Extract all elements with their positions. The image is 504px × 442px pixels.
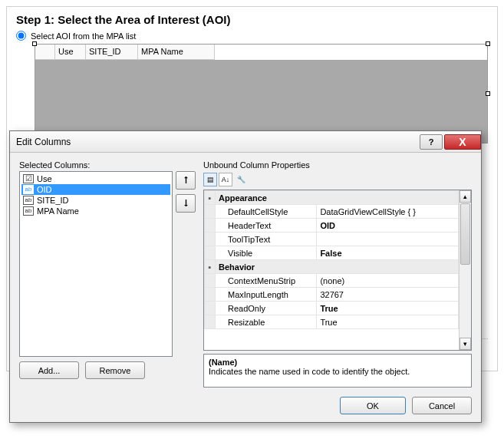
propertygrid-toolbar: ▤ A↓ 🔧 [203, 173, 472, 186]
properties-page-icon[interactable]: 🔧 [234, 173, 248, 186]
columns-listbox[interactable]: ☑ Use ab OID ab SITE_ID ab MPA Name [19, 171, 173, 357]
property-help-panel: (Name) Indicates the name used in code t… [203, 354, 472, 378]
list-item-label: OID [37, 185, 52, 194]
text-column-icon: ab [23, 185, 34, 194]
checkbox-column-icon: ☑ [23, 174, 34, 183]
designer-handle[interactable] [486, 91, 490, 96]
remove-button[interactable]: Remove [85, 361, 145, 378]
alphabetical-icon[interactable]: A↓ [219, 173, 232, 186]
text-column-icon: ab [23, 196, 34, 205]
category-row[interactable]: ▪Appearance [205, 191, 459, 205]
category-row[interactable]: ▪Behavior [205, 260, 459, 274]
property-row[interactable]: MaxInputLength32767 [205, 288, 459, 302]
help-button[interactable]: ? [420, 134, 443, 150]
dialog-titlebar[interactable]: Edit Columns ? X [10, 131, 481, 153]
step-title: Step 1: Select the Area of Interest (AOI… [16, 13, 488, 26]
expander-icon[interactable]: ▪ [205, 260, 216, 274]
col-site-id[interactable]: SITE_ID [86, 45, 138, 60]
vertical-scrollbar[interactable]: ▴ ▾ [459, 190, 471, 350]
move-up-button[interactable]: 🠕 [176, 171, 196, 190]
categorized-icon[interactable]: ▤ [203, 173, 217, 186]
dialog-title: Edit Columns [16, 137, 420, 147]
scroll-down-icon[interactable]: ▾ [460, 338, 471, 350]
edit-columns-dialog: Edit Columns ? X Selected Columns: ☑ Use… [9, 130, 482, 378]
scroll-up-icon[interactable]: ▴ [460, 190, 471, 203]
property-row[interactable]: ContextMenuStrip(none) [205, 274, 459, 288]
grid-row-selector[interactable] [35, 45, 55, 60]
property-row[interactable]: ReadOnlyTrue [205, 302, 459, 315]
grid-header-row: Use SITE_ID MPA Name [35, 45, 487, 60]
selected-columns-label: Selected Columns: [19, 160, 196, 170]
radio-select-aoi-mpa[interactable]: Select AOI from the MPA list [16, 31, 488, 41]
close-button[interactable]: X [444, 134, 481, 150]
property-row[interactable]: ToolTipText [205, 233, 459, 246]
list-item[interactable]: ab SITE_ID [21, 195, 170, 206]
list-item[interactable]: ab OID [21, 184, 170, 195]
arrow-up-icon: 🠕 [182, 176, 190, 185]
radio-select-aoi-mpa-input[interactable] [16, 31, 26, 41]
list-item-label: MPA Name [37, 206, 79, 216]
mpa-grid[interactable]: Use SITE_ID MPA Name [35, 44, 488, 143]
help-description: Indicates the name used in code to ident… [209, 367, 466, 376]
designer-handle[interactable] [486, 41, 490, 46]
properties-label: Unbound Column Properties [203, 160, 472, 170]
property-row[interactable]: VisibleFalse [205, 246, 459, 260]
move-down-button[interactable]: 🠗 [176, 194, 196, 213]
text-column-icon: ab [23, 206, 34, 216]
help-name: (Name) [209, 358, 466, 367]
add-button[interactable]: Add... [19, 361, 79, 378]
col-mpa-name[interactable]: MPA Name [138, 45, 215, 60]
list-item-label: Use [37, 174, 52, 183]
list-item[interactable]: ab MPA Name [21, 206, 170, 216]
scroll-thumb[interactable] [460, 203, 470, 265]
property-row[interactable]: ResizableTrue [205, 315, 459, 329]
radio-select-aoi-mpa-label: Select AOI from the MPA list [31, 31, 136, 41]
col-use[interactable]: Use [55, 45, 86, 60]
property-row[interactable]: DefaultCellStyleDataGridViewCellStyle { … [205, 205, 459, 219]
list-item-label: SITE_ID [37, 196, 69, 205]
arrow-down-icon: 🠗 [182, 199, 190, 208]
property-row[interactable]: HeaderTextOID [205, 219, 459, 233]
property-grid[interactable]: ▪Appearance DefaultCellStyleDataGridView… [203, 190, 472, 351]
designer-handle[interactable] [32, 41, 37, 46]
list-item[interactable]: ☑ Use [21, 173, 170, 184]
expander-icon[interactable]: ▪ [205, 191, 216, 205]
